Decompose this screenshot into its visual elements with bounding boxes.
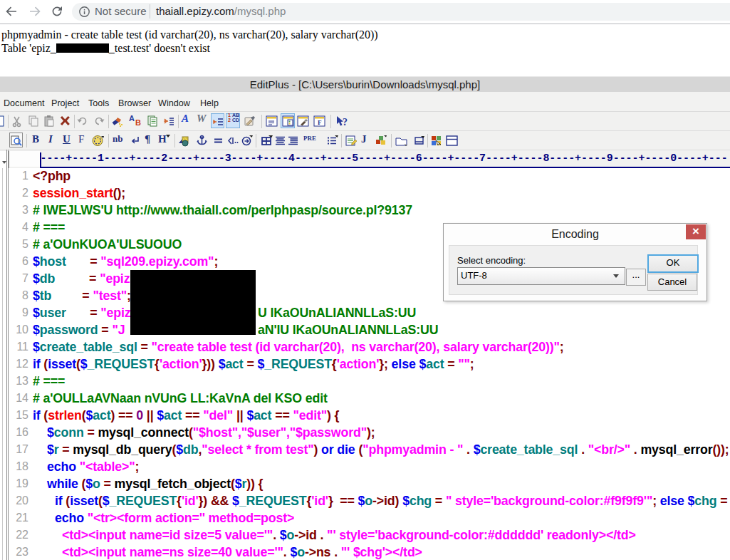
svg-text:F: F — [318, 119, 322, 126]
svg-text:?: ? — [343, 117, 348, 128]
